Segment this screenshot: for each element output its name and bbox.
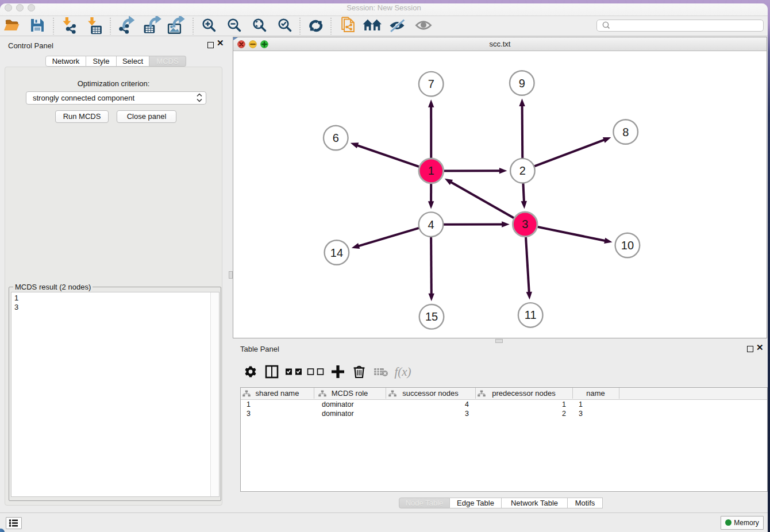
svg-text:1: 1	[428, 164, 434, 177]
svg-text:6: 6	[333, 132, 339, 144]
svg-text:f(x): f(x)	[394, 365, 411, 379]
svg-text:8: 8	[622, 126, 629, 138]
svg-text:7: 7	[428, 78, 434, 90]
svg-text:15: 15	[425, 310, 438, 323]
svg-text:10: 10	[621, 239, 634, 252]
svg-text:4: 4	[428, 218, 434, 231]
svg-text:9: 9	[519, 77, 525, 90]
svg-text:14: 14	[330, 246, 343, 259]
svg-text:2: 2	[519, 164, 526, 177]
svg-text:11: 11	[525, 309, 537, 321]
svg-text:3: 3	[522, 218, 528, 230]
